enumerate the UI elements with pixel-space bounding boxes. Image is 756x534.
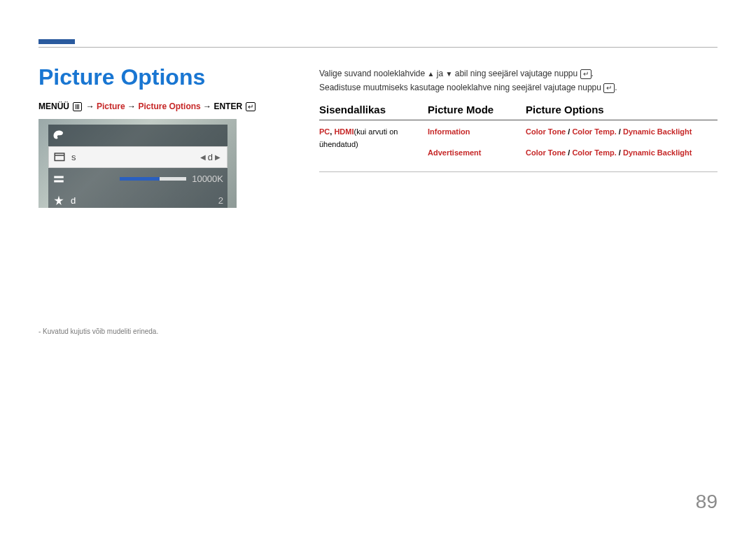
source-pc: PC (319, 127, 330, 136)
opt-color-tone: Color Tone (526, 148, 566, 157)
opt-dynamic-backlight: Dynamic Backlight (623, 148, 692, 157)
table-header-source: Sisendallikas (319, 104, 428, 115)
menu-row-value: d (208, 152, 213, 162)
menu-row-label: s (71, 152, 198, 162)
page-title: Picture Options (38, 64, 205, 90)
screenshot-footnote: Kuvatud kujutis võib mudeliti erineda. (38, 328, 158, 335)
chevron-left-icon: ◀ (198, 153, 208, 161)
menu-row-value: 2 (218, 195, 223, 206)
breadcrumb-picture: Picture (97, 101, 125, 111)
svg-rect-1 (54, 176, 64, 178)
enter-icon: ↵ (603, 83, 615, 93)
table-separator (319, 171, 718, 172)
breadcrumb-enter: ENTER (214, 101, 242, 111)
opt-dynamic-backlight: Dynamic Backlight (623, 127, 692, 136)
instruction-line1b: ja (437, 69, 443, 78)
menu-row-picture-options (48, 125, 227, 146)
breadcrumb-arrow: → (127, 101, 136, 111)
arrow-up-icon: ▲ (428, 68, 435, 80)
table-header-options: Picture Options (526, 104, 718, 115)
frame-icon (53, 151, 66, 164)
menu-row-color-temp: 10000K (48, 168, 227, 190)
menu-row-dynamic: d 2 (48, 190, 227, 208)
mode-advertisement: Advertisement (428, 147, 526, 160)
palette-icon (52, 129, 65, 142)
slider-fill (120, 177, 160, 181)
enter-icon: ↵ (580, 69, 592, 79)
menu-row-value: 10000K (192, 174, 223, 184)
breadcrumb-arrow: → (86, 101, 94, 111)
mode-information: Information (428, 126, 526, 139)
opt-slash: / (617, 127, 623, 136)
chevron-right-icon: ▶ (213, 153, 223, 161)
page-number: 89 (696, 491, 718, 513)
table-body: PC, HDMI(kui arvuti on ühendatud) Inform… (319, 120, 718, 172)
source-hdmi: HDMI (334, 127, 354, 136)
table-header: Sisendallikas Picture Mode Picture Optio… (319, 104, 718, 120)
breadcrumb-arrow: → (203, 101, 211, 111)
svg-rect-2 (54, 180, 64, 182)
section-accent-bar (38, 39, 75, 44)
menu-icon: Ⅲ (73, 102, 82, 111)
opt-color-tone: Color Tone (526, 127, 566, 136)
slider-track (120, 177, 186, 181)
opt-color-temp: Color Temp. (572, 127, 616, 136)
menu-screenshot: s ◀ d ▶ 10000K d 2 (38, 119, 237, 208)
menu-panel: s ◀ d ▶ 10000K d 2 (48, 125, 227, 208)
svg-rect-0 (55, 153, 64, 161)
table-row: PC, HDMI(kui arvuti on ühendatud) Inform… (319, 120, 718, 167)
menu-row-selected: s ◀ d ▶ (48, 146, 227, 168)
instruction-text: Valige suvand nooleklahvide ▲ ja ▼ abil … (319, 66, 718, 95)
section-top-rule (38, 47, 718, 48)
instruction-line2a: Seadistuse muutmiseks kasutage nooleklah… (319, 83, 601, 92)
opt-slash: / (617, 148, 623, 157)
instruction-line1c: abil ning seejärel vajutage nuppu (455, 69, 578, 78)
instruction-line1a: Valige suvand nooleklahvide (319, 69, 425, 78)
table-cell-options: Color Tone / Color Temp. / Dynamic Backl… (526, 126, 718, 167)
table-cell-mode: Information Advertisement (428, 126, 526, 167)
enter-icon: ↵ (246, 102, 255, 111)
arrow-down-icon: ▼ (446, 68, 453, 80)
star-icon (52, 195, 65, 207)
table-cell-source: PC, HDMI(kui arvuti on ühendatud) (319, 126, 428, 167)
breadcrumb-menu: MENÜÜ (38, 101, 69, 111)
breadcrumb-picture-options: Picture Options (138, 101, 200, 111)
opt-color-temp: Color Temp. (572, 148, 616, 157)
table-header-mode: Picture Mode (428, 104, 526, 115)
slider-icon (52, 173, 65, 185)
menu-row-label: d (71, 195, 218, 206)
options-table: Sisendallikas Picture Mode Picture Optio… (319, 104, 718, 172)
breadcrumb: MENÜÜ Ⅲ → Picture → Picture Options → EN… (38, 101, 257, 111)
